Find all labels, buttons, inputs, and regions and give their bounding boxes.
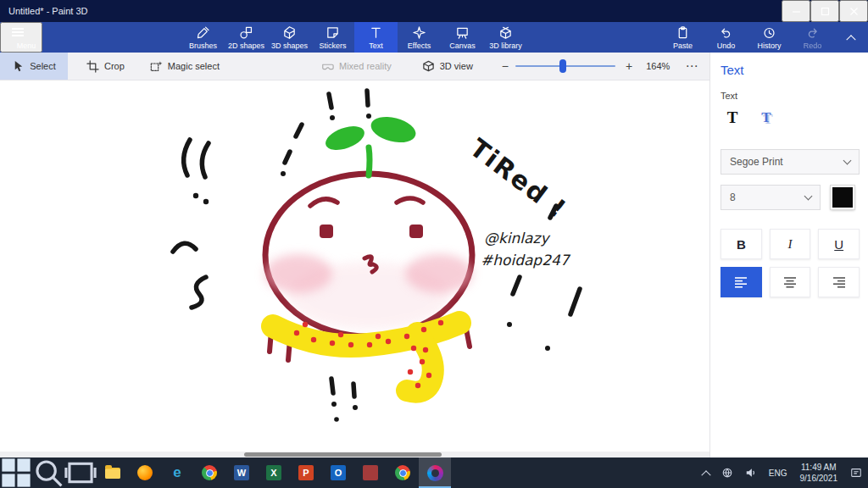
tool-label: Redo bbox=[804, 42, 822, 50]
bold-button[interactable]: B bbox=[721, 229, 762, 259]
crop-button[interactable]: Crop bbox=[80, 53, 131, 80]
minimize-button[interactable] bbox=[782, 0, 810, 22]
align-center-icon bbox=[783, 276, 797, 288]
text-icon bbox=[369, 25, 383, 40]
align-right-button[interactable] bbox=[818, 267, 860, 297]
tool-canvas[interactable]: Canvas bbox=[441, 22, 484, 53]
volume-button[interactable] bbox=[739, 458, 763, 488]
font-family-dropdown[interactable]: Segoe Print bbox=[721, 149, 860, 175]
blush-left bbox=[264, 254, 332, 293]
drawing-canvas[interactable]: TiRed ! @kinlazy #hoidap247 bbox=[0, 80, 709, 458]
collapse-ribbon-button[interactable] bbox=[834, 22, 868, 53]
maximize-button[interactable] bbox=[810, 0, 839, 22]
hidden-icons-button[interactable] bbox=[697, 458, 715, 488]
language-indicator[interactable]: ENG bbox=[763, 458, 793, 488]
search-icon bbox=[32, 457, 64, 488]
task-view-button[interactable] bbox=[64, 458, 97, 488]
excel-icon: X bbox=[266, 465, 281, 480]
font-size-dropdown[interactable]: 8 bbox=[721, 185, 821, 210]
taskbar-app-chrome-2[interactable] bbox=[387, 458, 419, 488]
tool-label: Text bbox=[369, 42, 383, 50]
tool-3d-shapes[interactable]: 3D shapes bbox=[268, 22, 311, 53]
tool-brushes[interactable]: Brushes bbox=[181, 22, 225, 53]
2d-text-button[interactable]: T bbox=[721, 107, 744, 129]
tool-label: 3D shapes bbox=[271, 42, 308, 50]
tool-2d-shapes[interactable]: 2D shapes bbox=[225, 22, 268, 53]
word-icon: W bbox=[234, 465, 249, 480]
tool-label: Canvas bbox=[449, 42, 476, 50]
time-text: 11:49 AM bbox=[801, 462, 837, 473]
taskbar-app-chrome[interactable] bbox=[193, 458, 225, 488]
speaker-icon bbox=[745, 467, 757, 479]
scrollbar-thumb[interactable] bbox=[244, 452, 442, 457]
text-color-swatch[interactable] bbox=[831, 186, 854, 209]
window-title: Untitled* - Paint 3D bbox=[8, 6, 88, 16]
taskbar-app-outlook[interactable]: O bbox=[322, 458, 354, 488]
zoom-in-button[interactable]: + bbox=[626, 59, 632, 73]
taskbar-app-excel[interactable]: X bbox=[258, 458, 290, 488]
taskbar-app-office-red[interactable] bbox=[354, 458, 387, 488]
zoom-out-button[interactable]: − bbox=[502, 59, 509, 73]
zoom-slider-handle[interactable] bbox=[559, 59, 566, 73]
select-button[interactable]: Select bbox=[0, 53, 68, 80]
tool-label: Stickers bbox=[319, 42, 346, 50]
chevron-down-icon bbox=[804, 192, 813, 201]
window-controls bbox=[782, 0, 868, 22]
ribbon-tools: Brushes 2D shapes 3D shapes Stickers Tex… bbox=[181, 22, 527, 53]
magic-select-button[interactable]: Magic select bbox=[143, 53, 226, 80]
italic-button[interactable]: I bbox=[770, 229, 811, 259]
tool-effects[interactable]: Effects bbox=[398, 22, 441, 53]
tool-text[interactable]: Text bbox=[354, 22, 398, 53]
start-button[interactable] bbox=[0, 458, 32, 488]
titlebar: Untitled* - Paint 3D bbox=[0, 0, 868, 22]
clock[interactable]: 11:49 AM 9/16/2021 bbox=[793, 458, 845, 488]
align-center-button[interactable] bbox=[770, 267, 811, 297]
network-button[interactable] bbox=[715, 458, 739, 488]
zoom-slider[interactable] bbox=[515, 65, 615, 67]
taskbar-app-paint3d[interactable] bbox=[419, 458, 451, 488]
select-label: Select bbox=[30, 61, 56, 71]
search-button[interactable] bbox=[32, 458, 64, 488]
taskbar-app-firefox[interactable] bbox=[129, 458, 161, 488]
horizontal-scrollbar[interactable] bbox=[0, 452, 709, 458]
tool-3d-library[interactable]: 3D library bbox=[484, 22, 527, 53]
more-options-button[interactable]: ⋯ bbox=[685, 58, 698, 74]
chevron-up-icon bbox=[846, 35, 855, 44]
system-tray: ENG 11:49 AM 9/16/2021 bbox=[697, 458, 868, 488]
magic-select-label: Magic select bbox=[168, 61, 220, 71]
office-app-icon bbox=[363, 465, 378, 480]
zoom-percentage: 164% bbox=[646, 61, 670, 71]
text-panel: Text Text T T Segoe Print 8 B I U bbox=[709, 53, 868, 458]
windows-logo-icon bbox=[0, 457, 32, 488]
align-left-button[interactable] bbox=[721, 267, 762, 297]
action-center-button[interactable] bbox=[844, 458, 868, 488]
canvas-artwork: TiRed ! @kinlazy #hoidap247 bbox=[0, 80, 709, 458]
history-button[interactable]: History bbox=[748, 22, 791, 53]
tool-stickers[interactable]: Stickers bbox=[311, 22, 354, 53]
close-icon bbox=[849, 7, 859, 16]
taskbar-app-edge[interactable]: e bbox=[161, 458, 193, 488]
redo-button[interactable]: Redo bbox=[791, 22, 834, 53]
3d-view-button[interactable]: 3D view bbox=[415, 53, 480, 80]
tool-label: Paste bbox=[673, 42, 693, 50]
3d-text-button[interactable]: T bbox=[754, 107, 778, 129]
chrome-icon bbox=[202, 465, 217, 480]
stickers-icon bbox=[326, 25, 340, 40]
undo-button[interactable]: Undo bbox=[704, 22, 748, 53]
close-button[interactable] bbox=[839, 0, 868, 22]
taskbar-app-file-explorer[interactable] bbox=[97, 458, 129, 488]
taskbar-app-word[interactable]: W bbox=[225, 458, 258, 488]
hashtag-text: #hoidap247 bbox=[481, 252, 571, 269]
paste-button[interactable]: Paste bbox=[661, 22, 704, 53]
secondary-toolbar: Select Crop Magic select Mixed reality 3… bbox=[0, 53, 709, 80]
menu-button[interactable]: Menu bbox=[0, 22, 42, 53]
content: Select Crop Magic select Mixed reality 3… bbox=[0, 53, 868, 458]
ribbon-right-tools: Paste Undo History Redo bbox=[661, 22, 868, 53]
mixed-reality-button[interactable]: Mixed reality bbox=[314, 53, 398, 80]
firefox-icon bbox=[137, 465, 153, 480]
globe-network-icon bbox=[721, 467, 733, 479]
brush-icon bbox=[196, 25, 210, 40]
underline-button[interactable]: U bbox=[818, 229, 860, 259]
3d-shapes-icon bbox=[282, 25, 297, 40]
taskbar-app-powerpoint[interactable]: P bbox=[290, 458, 322, 488]
